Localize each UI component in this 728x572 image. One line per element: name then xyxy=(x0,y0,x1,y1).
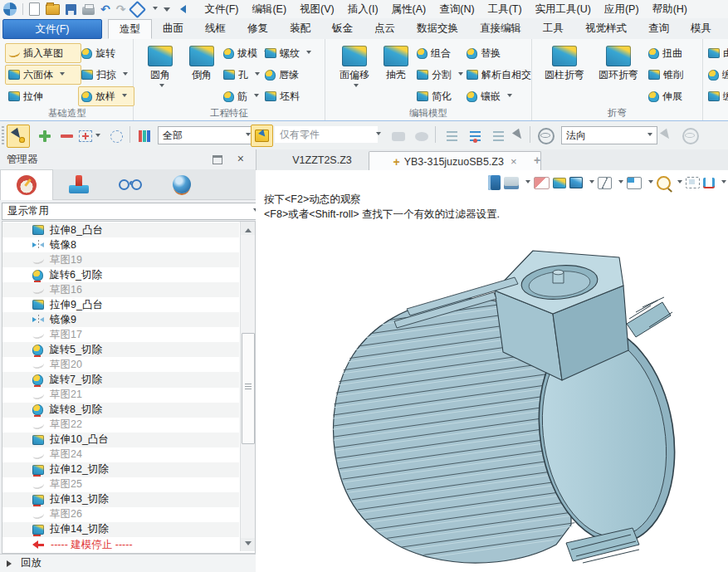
tree-scrollbar[interactable] xyxy=(240,222,255,551)
print-icon[interactable] xyxy=(82,7,95,15)
scrollbar-thumb[interactable] xyxy=(242,333,255,444)
tree-item[interactable]: 草图20 xyxy=(2,357,239,372)
dropdown-arrow-icon[interactable] xyxy=(507,94,512,100)
tree-item[interactable]: 拉伸10_凸台 xyxy=(2,433,239,447)
menu-item-5[interactable]: 查询(N) xyxy=(432,0,481,18)
pick-from-list-button-1[interactable] xyxy=(440,125,463,148)
tree-item[interactable]: 拉伸12_切除 xyxy=(2,462,239,477)
visual-manager-tab[interactable] xyxy=(105,169,156,199)
dropdown-arrow-icon[interactable] xyxy=(525,180,530,186)
datum-plane-icon[interactable] xyxy=(553,178,566,188)
wireframe-display-icon[interactable] xyxy=(598,177,612,189)
scroll-up-button[interactable] xyxy=(241,222,255,235)
tree-item[interactable]: 草图22 xyxy=(2,418,239,433)
resolve-self-intersection-button[interactable]: 解析自相交 xyxy=(463,65,536,85)
lasso-select-button[interactable] xyxy=(105,125,128,148)
graphics-viewport[interactable]: 按下<F2>动态的观察 <F8>或者<Shift-roll> 查找下一个有效的过… xyxy=(256,170,728,572)
save-file-icon[interactable] xyxy=(66,4,76,15)
tree-item[interactable]: 镜像8 xyxy=(2,237,239,252)
rib-button[interactable]: 筋 xyxy=(220,86,261,106)
insert-sketch-button[interactable]: 插入草图 xyxy=(5,43,81,63)
walkthrough-icon[interactable] xyxy=(488,175,501,190)
viewport-layout-icon[interactable] xyxy=(627,177,642,189)
render-manager-tab[interactable] xyxy=(156,169,208,199)
menu-item-9[interactable]: 帮助(H) xyxy=(646,0,694,18)
simplify-button[interactable]: 简化 xyxy=(413,86,465,106)
menu-item-3[interactable]: 插入(I) xyxy=(341,0,385,18)
tree-item[interactable]: 草图21 xyxy=(2,388,239,403)
tree-item[interactable]: 草图17 xyxy=(2,327,239,342)
drag-handle[interactable] xyxy=(2,126,4,144)
ribbon-tab-8[interactable]: 直接编辑 xyxy=(469,18,532,39)
ribbon-tab-9[interactable]: 工具 xyxy=(532,18,574,39)
snap-off-button-2[interactable] xyxy=(410,125,433,148)
dropdown-arrow-icon[interactable] xyxy=(123,72,128,78)
menu-item-2[interactable]: 视图(V) xyxy=(293,0,341,18)
pick-option-button-1[interactable] xyxy=(656,125,679,148)
model-motor-housing[interactable] xyxy=(274,226,728,572)
sweep-button[interactable]: 扫掠 xyxy=(78,65,134,85)
clipped-button-1[interactable]: 由 xyxy=(705,43,728,63)
combine-button[interactable]: 组合 xyxy=(413,43,465,63)
tree-item[interactable]: 拉伸9_凸台 xyxy=(2,297,239,312)
tree-item[interactable]: 旋转6_切除 xyxy=(2,267,239,282)
add-to-selection-button[interactable] xyxy=(33,125,56,148)
tree-item[interactable]: 镜像9 xyxy=(2,312,239,327)
box-button[interactable]: 六面体 xyxy=(5,65,81,85)
tree-item[interactable]: 旋转7_切除 xyxy=(2,372,239,387)
ribbon-tab-10[interactable]: 视觉样式 xyxy=(574,18,638,39)
pick-from-part-button[interactable] xyxy=(251,125,273,147)
restore-panel-icon[interactable] xyxy=(213,155,222,164)
pick-last-button[interactable] xyxy=(508,125,531,148)
replay-section[interactable]: 回放 xyxy=(0,554,262,572)
reorient-button[interactable] xyxy=(535,125,558,148)
shaded-display-icon[interactable] xyxy=(569,177,583,188)
ribbon-tab-3[interactable]: 修复 xyxy=(237,18,279,39)
redo-icon[interactable]: ↷ xyxy=(116,2,126,16)
dropdown-arrow-icon[interactable] xyxy=(306,51,311,56)
dropdown-arrow-icon[interactable] xyxy=(255,72,260,78)
ribbon-tab-6[interactable]: 点云 xyxy=(364,18,406,39)
entity-filter-combo[interactable]: 全部 xyxy=(158,126,256,144)
hole-button[interactable]: 孔 xyxy=(220,65,261,85)
dropdown-arrow-icon[interactable] xyxy=(95,134,100,139)
lip-button[interactable]: 唇缘 xyxy=(261,65,315,85)
ribbon-tab-5[interactable]: 钣金 xyxy=(321,18,364,39)
fit-window-icon[interactable] xyxy=(686,177,700,188)
dropdown-arrow-icon[interactable] xyxy=(254,94,259,100)
ribbon-tab-2[interactable]: 线框 xyxy=(194,18,237,39)
inlay-button[interactable]: 镶嵌 xyxy=(463,86,521,106)
dropdown-arrow-icon[interactable] xyxy=(354,84,359,90)
menu-item-1[interactable]: 编辑(E) xyxy=(245,0,293,18)
ribbon-tab-4[interactable]: 装配 xyxy=(279,18,321,39)
clipped-button-3[interactable]: 缠 xyxy=(705,86,728,106)
tree-item[interactable]: 旋转5_切除 xyxy=(2,342,239,357)
dropdown-arrow-icon[interactable] xyxy=(589,180,594,186)
stock-button[interactable]: 坯料 xyxy=(261,86,315,106)
replace-button[interactable]: 替换 xyxy=(463,43,516,63)
remove-from-selection-button[interactable] xyxy=(55,125,78,148)
tree-item[interactable]: 草图19 xyxy=(2,252,239,267)
new-tab-button[interactable]: + xyxy=(530,153,545,168)
dropdown-arrow-icon[interactable] xyxy=(159,84,164,90)
dropdown-arrow-icon[interactable] xyxy=(122,94,127,100)
clipped-button-2[interactable]: 缠 xyxy=(705,65,728,85)
dropdown-arrow-icon[interactable] xyxy=(721,180,726,186)
customize-toolbar-icon[interactable] xyxy=(164,7,170,15)
scroll-down-button[interactable] xyxy=(241,538,255,551)
tree-item[interactable]: 草图26 xyxy=(2,507,239,522)
file-menu-button[interactable]: 文件(F) xyxy=(2,19,102,39)
tree-item[interactable]: 草图24 xyxy=(2,447,239,462)
pick-scope-field[interactable]: 仅有零件 xyxy=(275,126,378,143)
menu-item-0[interactable]: 文件(F) xyxy=(198,0,245,18)
divide-button[interactable]: 分割 xyxy=(413,65,468,85)
snap-off-button-1[interactable] xyxy=(387,125,410,148)
menu-item-7[interactable]: 实用工具(U) xyxy=(529,0,598,18)
orientation-combo[interactable]: 法向 xyxy=(561,126,657,144)
tree-item[interactable]: 拉伸14_切除 xyxy=(2,522,239,537)
extrude-button[interactable]: 拉伸 xyxy=(5,86,70,106)
pick-from-list-button-3[interactable] xyxy=(486,125,510,148)
section-view-icon[interactable] xyxy=(703,178,715,188)
dropdown-arrow-icon[interactable] xyxy=(647,133,652,139)
modeling-stop-marker[interactable]: ----- 建模停止 ----- xyxy=(2,537,239,552)
